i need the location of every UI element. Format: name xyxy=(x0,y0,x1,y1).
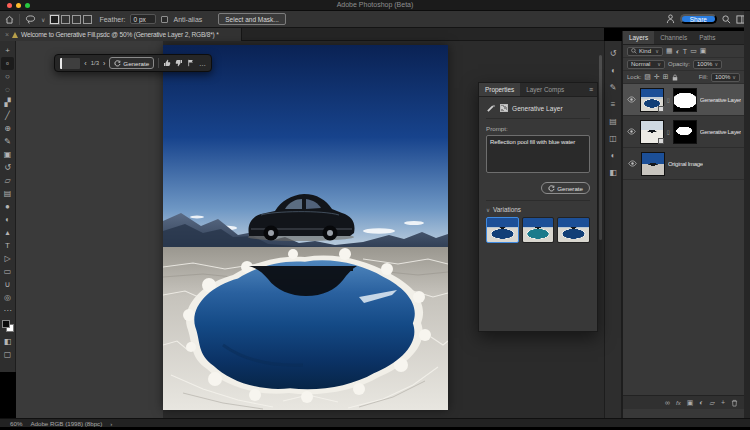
close-tab-icon[interactable]: × xyxy=(5,31,9,38)
lock-pixels-icon[interactable]: ✛ xyxy=(654,73,660,81)
filter-pixel-icon[interactable]: ▦ xyxy=(666,47,673,55)
libraries-icon[interactable]: ▤ xyxy=(609,117,617,127)
lock-all-icon[interactable] xyxy=(672,74,678,81)
status-chevron-icon[interactable]: › xyxy=(110,420,112,427)
layer-mask-thumbnail[interactable] xyxy=(673,120,697,144)
gradient-tool[interactable]: ▤ xyxy=(1,187,14,200)
opacity-select[interactable]: 100% ∨ xyxy=(693,60,722,69)
color-panel-icon[interactable]: ◐ xyxy=(611,151,616,161)
rectangular-marquee-tool[interactable]: ▫ xyxy=(1,57,14,70)
variation-thumbnail-1[interactable] xyxy=(486,217,519,243)
lasso-tool[interactable]: ○ xyxy=(1,70,14,83)
tab-channels[interactable]: Channels xyxy=(654,31,693,44)
generate-button[interactable]: Generate xyxy=(541,182,590,194)
brush-tool[interactable]: ✎ xyxy=(1,135,14,148)
home-icon[interactable] xyxy=(5,15,14,24)
tab-layer-comps[interactable]: Layer Comps xyxy=(520,83,570,96)
crop-tool[interactable]: ▞ xyxy=(1,96,14,109)
more-options-icon[interactable]: … xyxy=(199,60,206,67)
layer-effects-icon[interactable]: fx xyxy=(676,399,681,407)
intersect-selection-button[interactable] xyxy=(83,15,92,24)
canvas-image[interactable] xyxy=(163,45,448,410)
layer-thumbnail[interactable] xyxy=(640,88,664,112)
kind-filter-select[interactable]: Kind ∨ xyxy=(627,47,663,56)
zoom-tool[interactable]: ◎ xyxy=(1,291,14,304)
flag-icon[interactable] xyxy=(187,59,195,67)
dodge-tool[interactable]: ◐ xyxy=(1,213,14,226)
visibility-eye-icon[interactable] xyxy=(626,128,637,135)
new-selection-button[interactable] xyxy=(50,15,59,24)
previous-variation-button[interactable]: ‹ xyxy=(84,60,86,67)
move-tool[interactable]: + xyxy=(1,44,14,57)
brush-settings-icon[interactable]: ✎ xyxy=(610,83,617,93)
color-swatches[interactable] xyxy=(2,320,14,332)
thumbs-down-icon[interactable] xyxy=(175,59,183,67)
layer-thumbnail[interactable] xyxy=(640,120,664,144)
feather-input[interactable] xyxy=(130,14,156,24)
tab-layers[interactable]: Layers xyxy=(623,31,654,44)
filter-smart-object-icon[interactable]: ▣ xyxy=(700,47,707,55)
filter-adjustment-icon[interactable]: ◐ xyxy=(676,48,680,55)
layer-thumbnail[interactable] xyxy=(641,152,665,176)
layer-row-original[interactable]: Original Image xyxy=(623,148,744,180)
layer-mask-thumbnail[interactable] xyxy=(673,88,697,112)
anti-alias-checkbox[interactable] xyxy=(161,16,168,23)
panel-menu-icon[interactable]: ≡ xyxy=(585,83,597,96)
tab-properties[interactable]: Properties xyxy=(479,83,520,96)
add-to-selection-button[interactable] xyxy=(61,15,70,24)
new-group-icon[interactable]: ▱ xyxy=(710,399,715,407)
history-icon[interactable]: ↺ xyxy=(610,49,617,59)
more-tools-icon[interactable]: ⋯ xyxy=(1,304,14,317)
object-selection-tool[interactable]: ◌ xyxy=(1,83,14,96)
document-tab[interactable]: × Welcome to Generative Fill.psdc @ 50% … xyxy=(0,28,242,41)
chevron-down-icon[interactable]: ∨ xyxy=(41,16,45,23)
visibility-eye-icon[interactable] xyxy=(626,160,638,167)
clone-stamp-tool[interactable]: ▣ xyxy=(1,148,14,161)
foreground-color-swatch[interactable] xyxy=(2,320,10,328)
delete-layer-icon[interactable] xyxy=(731,399,738,407)
variation-thumbnail-2[interactable] xyxy=(522,217,555,243)
hand-tool[interactable]: ∪ xyxy=(1,278,14,291)
styles-panel-icon[interactable]: ◧ xyxy=(609,168,617,178)
path-selection-tool[interactable]: ▷ xyxy=(1,252,14,265)
blur-tool[interactable]: ● xyxy=(1,200,14,213)
lasso-tool-preset-icon[interactable] xyxy=(25,15,36,24)
prompt-input[interactable]: Reflection pool fill with blue water xyxy=(486,135,590,173)
mask-link-icon[interactable]: ▯ xyxy=(667,129,670,135)
quick-mask-button[interactable]: ◧ xyxy=(1,335,14,348)
filter-type-icon[interactable]: T xyxy=(683,48,687,55)
type-tool[interactable]: T xyxy=(1,239,14,252)
select-and-mask-button[interactable]: Select and Mask... xyxy=(218,13,285,25)
mask-link-icon[interactable]: ▯ xyxy=(667,97,670,103)
thumbs-up-icon[interactable] xyxy=(163,59,171,67)
history-brush-tool[interactable]: ↺ xyxy=(1,161,14,174)
filter-shape-icon[interactable]: ▭ xyxy=(690,47,697,55)
search-icon[interactable] xyxy=(722,15,731,24)
comments-icon[interactable]: ◖ xyxy=(611,66,616,76)
zoom-level[interactable]: 60% xyxy=(10,420,22,427)
subtract-selection-button[interactable] xyxy=(72,15,81,24)
variation-thumbnail-3[interactable] xyxy=(557,217,590,243)
pen-tool[interactable]: ▴ xyxy=(1,226,14,239)
taskbar-prompt-input[interactable] xyxy=(60,58,80,69)
link-layers-icon[interactable]: ∞ xyxy=(665,399,670,407)
visibility-eye-icon[interactable] xyxy=(626,96,637,103)
taskbar-generate-button[interactable]: Generate xyxy=(109,57,154,69)
layer-row-generative-1[interactable]: ▯ Generative Layer 1 xyxy=(623,116,744,148)
clone-source-icon[interactable]: ◫ xyxy=(609,134,617,144)
canvas-scrollbar[interactable] xyxy=(599,55,602,240)
eraser-tool[interactable]: ▱ xyxy=(1,174,14,187)
share-button[interactable]: Share xyxy=(680,14,717,24)
screen-mode-button[interactable]: ▢ xyxy=(1,348,14,361)
lock-transparency-icon[interactable]: ▨ xyxy=(644,73,651,81)
layer-row-generative-2[interactable]: ▯ Generative Layer 2 xyxy=(623,84,744,116)
fill-select[interactable]: 100% ∨ xyxy=(711,73,740,82)
spot-healing-tool[interactable]: ⊕ xyxy=(1,122,14,135)
tab-paths[interactable]: Paths xyxy=(693,31,721,44)
eyedropper-tool[interactable]: ╱ xyxy=(1,109,14,122)
blend-mode-select[interactable]: Normal ∨ xyxy=(627,60,665,69)
account-icon[interactable] xyxy=(666,14,675,24)
lock-position-icon[interactable]: ⊞ xyxy=(663,73,669,81)
variations-header[interactable]: ∨ Variations xyxy=(486,206,590,213)
add-mask-icon[interactable]: ▣ xyxy=(687,399,694,407)
